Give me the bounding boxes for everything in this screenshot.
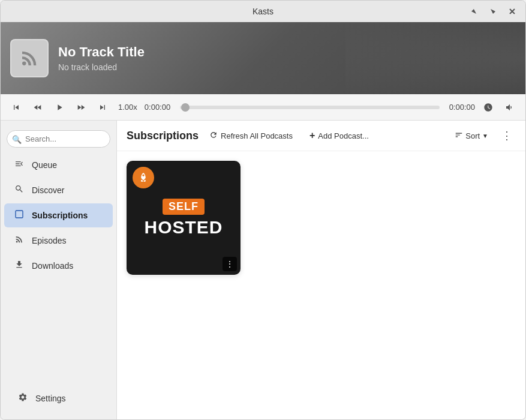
minimize-button[interactable] xyxy=(465,3,482,20)
window-controls xyxy=(465,3,521,20)
track-subtitle: No track loaded xyxy=(58,62,145,72)
content-title: Subscriptions xyxy=(127,130,199,142)
time-total: 0:00:00 xyxy=(449,103,475,112)
close-button[interactable] xyxy=(504,3,521,20)
episodes-icon xyxy=(14,235,25,247)
sort-arrow-icon: ▼ xyxy=(482,133,488,139)
track-info: No Track Title No track loaded xyxy=(58,44,145,72)
skip-forward-button[interactable] xyxy=(94,100,111,115)
search-container: 🔍 xyxy=(1,125,116,152)
speed-label: 1.00x xyxy=(118,103,137,112)
maximize-button[interactable] xyxy=(485,3,501,20)
refresh-label: Refresh All Podcasts xyxy=(221,131,293,140)
fast-forward-button[interactable] xyxy=(73,100,89,115)
episodes-label: Episodes xyxy=(32,236,67,245)
refresh-button[interactable]: Refresh All Podcasts xyxy=(203,128,299,144)
self-hosted-hosted-text: HOSTED xyxy=(144,217,223,238)
search-icon: 🔍 xyxy=(12,134,22,143)
sort-icon xyxy=(455,131,463,141)
search-wrapper: 🔍 xyxy=(7,130,110,148)
sidebar: 🔍 Queue Discover Subscriptions xyxy=(1,121,117,420)
downloads-label: Downloads xyxy=(32,261,73,271)
sidebar-item-episodes[interactable]: Episodes xyxy=(4,229,113,253)
podcast-card-menu-button[interactable]: ⋮ xyxy=(223,257,237,271)
rss-icon xyxy=(19,47,40,69)
refresh-icon xyxy=(209,131,218,141)
more-options-button[interactable]: ⋮ xyxy=(498,127,516,145)
queue-icon xyxy=(14,159,25,171)
sidebar-item-settings[interactable]: Settings xyxy=(8,386,109,410)
sidebar-item-discover[interactable]: Discover xyxy=(4,178,113,202)
self-hosted-brand-icon xyxy=(133,167,154,188)
skip-back-button[interactable] xyxy=(8,100,25,115)
title-bar: Kasts xyxy=(1,1,525,22)
svg-rect-2 xyxy=(16,211,23,218)
discover-icon xyxy=(14,184,25,196)
content-area: Subscriptions Refresh All Podcasts + Add… xyxy=(117,121,525,420)
subscriptions-label: Subscriptions xyxy=(32,211,88,220)
sidebar-item-queue[interactable]: Queue xyxy=(4,153,113,177)
queue-label: Queue xyxy=(32,160,57,170)
app-title: Kasts xyxy=(253,7,273,16)
playback-bar: 1.00x 0:00:00 0:00:00 xyxy=(1,94,525,121)
time-current: 0:00:00 xyxy=(145,103,170,112)
subscriptions-icon xyxy=(14,209,25,221)
sort-button[interactable]: Sort ▼ xyxy=(450,128,493,144)
add-podcast-label: Add Podcast... xyxy=(318,131,369,140)
track-title: No Track Title xyxy=(58,44,145,60)
add-podcast-button[interactable]: + Add Podcast... xyxy=(303,127,375,144)
settings-label: Settings xyxy=(35,394,66,403)
discover-label: Discover xyxy=(32,185,64,195)
progress-knob[interactable] xyxy=(181,103,190,112)
podcast-grid: SELF HOSTED ⋮ xyxy=(117,151,525,284)
self-hosted-self-badge: SELF xyxy=(163,199,205,215)
settings-icon xyxy=(17,392,28,404)
rewind-button[interactable] xyxy=(29,100,46,115)
now-playing-header: No Track Title No track loaded xyxy=(1,22,525,94)
main-layout: 🔍 Queue Discover Subscriptions xyxy=(1,121,525,420)
progress-bar[interactable] xyxy=(180,106,439,109)
sidebar-bottom: Settings xyxy=(1,381,116,416)
podcast-artwork xyxy=(10,39,49,77)
podcast-card-self-hosted[interactable]: SELF HOSTED ⋮ xyxy=(127,161,241,275)
downloads-icon xyxy=(14,260,25,272)
rocket-icon xyxy=(137,172,149,184)
add-icon: + xyxy=(309,130,315,141)
play-button[interactable] xyxy=(51,100,68,115)
sidebar-item-downloads[interactable]: Downloads xyxy=(4,254,113,278)
sort-label: Sort xyxy=(465,131,480,140)
timer-button[interactable] xyxy=(480,100,497,115)
sidebar-item-subscriptions[interactable]: Subscriptions xyxy=(4,203,113,227)
content-toolbar: Subscriptions Refresh All Podcasts + Add… xyxy=(117,121,525,151)
search-input[interactable] xyxy=(7,130,110,148)
volume-button[interactable] xyxy=(501,100,518,115)
